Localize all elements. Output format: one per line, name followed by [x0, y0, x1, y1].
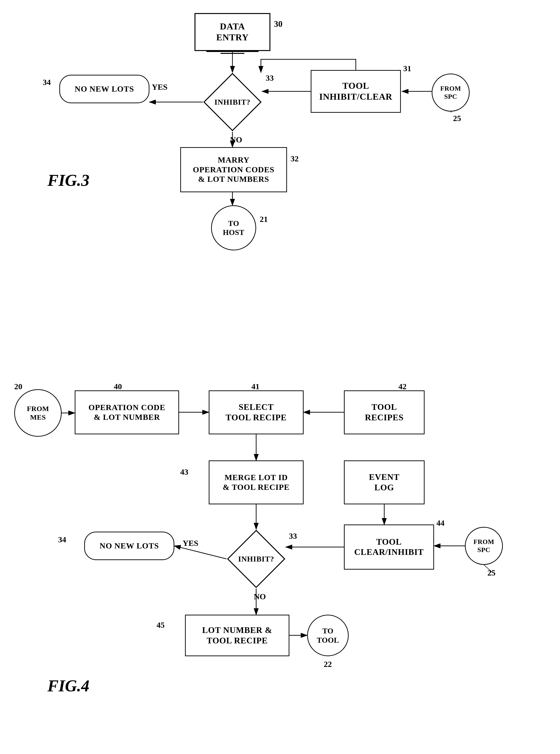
- no-new-lots-fig3: NO NEW LOTS: [59, 75, 149, 103]
- ref-25-fig3: 25: [453, 114, 461, 123]
- tool-inhibit-clear-box: TOOL INHIBIT/CLEAR: [311, 70, 401, 113]
- event-log-label: EVENT LOG: [369, 472, 399, 492]
- ref-25-fig4: 25: [487, 568, 496, 577]
- from-spc-label-fig4: FROM SPC: [474, 538, 494, 554]
- no-label-fig4: NO: [254, 592, 266, 601]
- ref-34-fig4: 34: [58, 535, 66, 544]
- inhibit-diamond-text-fig3: INHIBIT?: [215, 98, 251, 107]
- tool-clear-inhibit-label: TOOL CLEAR/INHIBIT: [354, 537, 424, 557]
- marry-operation-box: MARRY OPERATION CODES & LOT NUMBERS: [180, 147, 287, 192]
- merge-lot-box: MERGE LOT ID & TOOL RECIPE: [209, 460, 304, 504]
- from-mes-label: FROM MES: [27, 404, 49, 422]
- inhibit-diamond-fig3: INHIBIT?: [203, 72, 262, 132]
- ref-21-fig3: 21: [260, 215, 268, 224]
- data-entry-box: DATA ENTRY: [195, 13, 271, 51]
- tool-clear-inhibit-box: TOOL CLEAR/INHIBIT: [344, 524, 434, 569]
- select-tool-recipe-label: SELECT TOOL RECIPE: [225, 402, 286, 422]
- ref-22: 22: [324, 660, 332, 669]
- ref-44: 44: [436, 519, 444, 527]
- tool-inhibit-clear-label: TOOL INHIBIT/CLEAR: [319, 80, 393, 102]
- select-tool-recipe-box: SELECT TOOL RECIPE: [209, 390, 304, 434]
- ref-33-fig4: 33: [289, 531, 297, 541]
- inhibit-diamond-fig4: INHIBIT?: [226, 529, 286, 588]
- ref-30: 30: [274, 19, 282, 29]
- from-mes-circle: FROM MES: [14, 389, 62, 437]
- lot-number-tool-recipe-label: LOT NUMBER & TOOL RECIPE: [202, 625, 272, 645]
- no-new-lots-label-fig3: NO NEW LOTS: [75, 84, 134, 94]
- operation-code-box: OPERATION CODE & LOT NUMBER: [75, 390, 179, 434]
- tool-recipes-label: TOOL RECIPES: [365, 402, 403, 422]
- no-new-lots-fig4: NO NEW LOTS: [84, 531, 174, 560]
- from-spc-label-fig3: FROM SPC: [440, 84, 461, 100]
- lot-number-tool-recipe-box: LOT NUMBER & TOOL RECIPE: [185, 615, 289, 656]
- tool-recipes-box: TOOL RECIPES: [344, 390, 424, 434]
- to-host-circle: TO HOST: [211, 205, 256, 250]
- data-entry-label: DATA ENTRY: [216, 21, 249, 43]
- svg-line-17: [174, 546, 226, 559]
- inhibit-diamond-text-fig4: INHIBIT?: [238, 555, 274, 563]
- ref-41: 41: [252, 382, 259, 391]
- ref-31: 31: [403, 64, 411, 73]
- to-host-label: TO HOST: [223, 219, 244, 237]
- ref-32: 32: [291, 154, 299, 163]
- ref-45: 45: [157, 621, 165, 630]
- no-new-lots-label-fig4: NO NEW LOTS: [100, 541, 159, 551]
- yes-label-fig3: YES: [152, 83, 167, 92]
- yes-label-fig4: YES: [183, 539, 198, 548]
- ref-20: 20: [14, 382, 22, 391]
- fig4-title: FIG.4: [47, 676, 89, 695]
- operation-code-label: OPERATION CODE & LOT NUMBER: [88, 403, 165, 422]
- ref-42: 42: [399, 382, 406, 391]
- ref-40: 40: [114, 382, 122, 391]
- to-tool-label: TO TOOL: [317, 626, 339, 644]
- fig3-title: FIG.3: [47, 171, 89, 190]
- ref-34-fig3: 34: [43, 78, 51, 87]
- no-label-fig3: NO: [230, 135, 242, 144]
- marry-operation-label: MARRY OPERATION CODES & LOT NUMBERS: [193, 155, 275, 184]
- to-tool-circle: TO TOOL: [307, 615, 349, 656]
- event-log-box: EVENT LOG: [344, 460, 424, 504]
- merge-lot-label: MERGE LOT ID & TOOL RECIPE: [223, 473, 289, 492]
- ref-43: 43: [180, 467, 188, 477]
- from-spc-circle-fig4: FROM SPC: [465, 527, 503, 565]
- ref-33-fig3: 33: [266, 74, 274, 83]
- from-spc-circle-fig3: FROM SPC: [432, 74, 469, 112]
